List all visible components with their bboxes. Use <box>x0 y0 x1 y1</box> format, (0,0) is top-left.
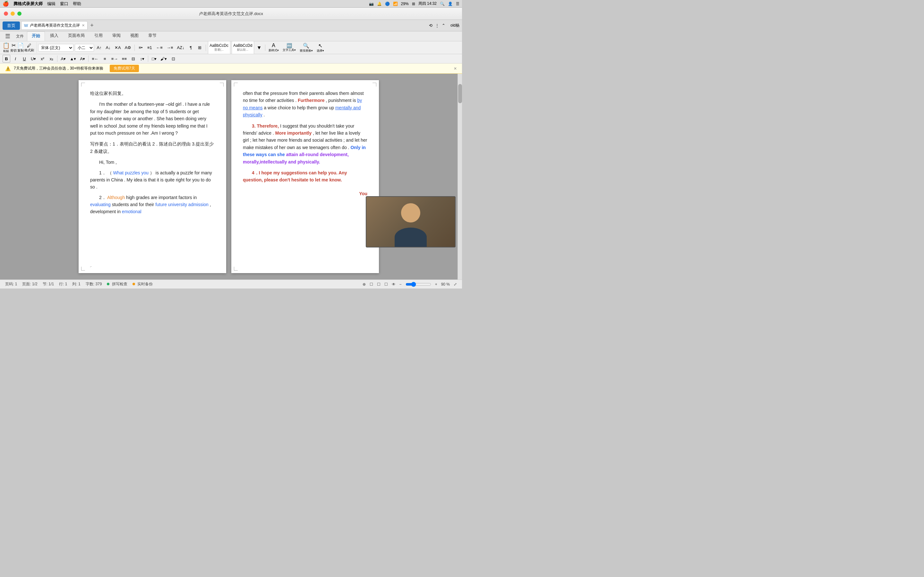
fullscreen-btn[interactable]: ⤢ <box>454 282 457 287</box>
font-family-select[interactable]: 宋体 (正文) <box>38 44 73 52</box>
italic-btn[interactable]: I <box>11 55 19 63</box>
text-direction-btn[interactable]: ⊡ <box>170 55 177 63</box>
menu-edit[interactable]: 编辑 <box>47 1 55 7</box>
font-color-btn[interactable]: A▾ <box>59 55 67 63</box>
zoom-out-btn[interactable]: − <box>399 282 402 287</box>
close-button[interactable] <box>4 11 8 16</box>
style-normal[interactable]: AaBbCcDc 普通(... <box>208 41 230 54</box>
ribbon-tab-insert[interactable]: 插入 <box>45 31 63 41</box>
tab-document[interactable]: W 卢老师高考英语作文范文点评 ✕ <box>21 21 87 30</box>
status-row: 行: 1 <box>59 282 67 287</box>
superscript-btn[interactable]: x² <box>39 55 46 63</box>
underline-btn[interactable]: U <box>21 55 28 63</box>
indent-btn[interactable]: →≡ <box>165 44 174 52</box>
subscript-btn[interactable]: x₂ <box>47 55 55 63</box>
align-left-btn[interactable]: ≡← <box>90 55 100 63</box>
sort-btn[interactable]: AZ↓ <box>176 44 186 52</box>
paste-button[interactable]: 📋 粘贴 <box>3 42 10 53</box>
minimize-button[interactable] <box>11 11 15 16</box>
more-options-icon[interactable]: ⋮ <box>435 23 439 28</box>
menu-search-icon[interactable]: 🔍 <box>440 2 445 6</box>
notif-trial-button[interactable]: 免费试用7天 <box>110 65 139 72</box>
view-icon-1[interactable]: ⊕ <box>363 282 366 287</box>
find-replace-btn[interactable]: 🔍查找替换▾ <box>298 44 314 52</box>
increase-font-btn[interactable]: A↑ <box>95 44 103 52</box>
align-right-btn[interactable]: ≡→ <box>110 55 120 63</box>
view-icon-3[interactable]: ☐ <box>377 282 381 287</box>
zoom-slider[interactable] <box>405 282 431 287</box>
page-left-para1: I'm the mother of a fourteen-year –old g… <box>90 101 215 137</box>
font-settings-btn[interactable]: A⚙ <box>124 44 133 52</box>
tabbar: 首页 W 卢老师高考英语作文范文点评 ✕ + ⟲ ⋮ ⌃ old杨 <box>0 20 462 31</box>
align-center-btn[interactable]: ≡ <box>101 55 109 63</box>
tab-add-button[interactable]: + <box>90 22 94 29</box>
status-backup[interactable]: 实时备份 <box>132 282 153 287</box>
divider3 <box>265 45 265 51</box>
style-dropdown-btn[interactable]: ▼ <box>255 44 263 52</box>
ribbon-tab-review[interactable]: 审阅 <box>108 31 125 41</box>
menu-help[interactable]: 帮助 <box>73 1 81 7</box>
menu-bell-icon: 🔔 <box>377 2 382 6</box>
notif-text: 7天免费试用，三种会员任你选，30+特权等你来体验 <box>14 66 103 71</box>
ribbon-tab-layout[interactable]: 页面布局 <box>63 31 89 41</box>
file-menu[interactable]: 文件 <box>13 31 26 41</box>
app-name[interactable]: 腾格式录屏大师 <box>13 1 43 7</box>
cursor-bl: ⌐ <box>90 265 92 268</box>
font-size-select[interactable]: 小二 <box>75 44 94 52</box>
text-tools-btn[interactable]: 🔤文字工具▾ <box>281 44 297 52</box>
bold-btn[interactable]: B <box>3 55 10 63</box>
point2-num: 2． <box>99 195 106 200</box>
video-overlay[interactable] <box>366 196 456 247</box>
tab-home[interactable]: 首页 <box>3 21 20 30</box>
page-left-point2: 2． Although high grades are important fa… <box>90 194 215 215</box>
more-importantly-text: More importantly <box>275 131 312 135</box>
clear-format-btn[interactable]: ✕A <box>113 44 122 52</box>
char-shading-btn[interactable]: A▾ <box>79 55 86 63</box>
view-icon-2[interactable]: ☐ <box>370 282 373 287</box>
status-page-num: 页码: 1 <box>5 282 17 287</box>
paragraph-btn[interactable]: ¶ <box>187 44 195 52</box>
status-pages: 页面: 1/2 <box>22 282 37 287</box>
view-icon-4[interactable]: ☐ <box>384 282 388 287</box>
new-style-btn[interactable]: A新样式▾ <box>267 44 280 52</box>
scrollbar-thumb[interactable] <box>458 84 462 103</box>
decrease-font-btn[interactable]: A↓ <box>104 44 112 52</box>
notif-close-button[interactable]: ✕ <box>454 66 457 71</box>
ribbon-tab-references[interactable]: 引用 <box>90 31 107 41</box>
border-btn[interactable]: □▾ <box>150 55 158 63</box>
ribbon-tab-view[interactable]: 视图 <box>126 31 143 41</box>
ribbon-tab-chapter[interactable]: 章节 <box>144 31 161 41</box>
divider5 <box>88 55 89 62</box>
select-btn[interactable]: ↖选择▾ <box>315 44 325 52</box>
justify-btn[interactable]: ≡≡ <box>120 55 128 63</box>
zoom-in-btn[interactable]: + <box>435 282 437 287</box>
ribbon-tab-home[interactable]: 开始 <box>27 31 45 41</box>
apple-menu[interactable]: 🍎 <box>3 1 9 7</box>
menu-window[interactable]: 窗口 <box>60 1 68 7</box>
distributed-btn[interactable]: ⊟ <box>129 55 137 63</box>
unordered-list-btn[interactable]: ≡• <box>137 44 144 52</box>
page-left-greeting: Hi, Tom , <box>90 159 215 166</box>
underline-style-btn[interactable]: U▾ <box>29 55 37 63</box>
table-insert-btn[interactable]: ⊞ <box>196 44 204 52</box>
highlight-btn[interactable]: ▲▾ <box>68 55 78 63</box>
outdent-btn[interactable]: ←≡ <box>155 44 164 52</box>
para-shading-btn[interactable]: 🖌▾ <box>159 55 168 63</box>
ordered-list-btn[interactable]: ≡1 <box>145 44 153 52</box>
collapse-icon[interactable]: ⌃ <box>442 23 445 28</box>
ribbon-menu-icon[interactable]: ☰ <box>3 31 13 41</box>
cut-button[interactable]: ✂ 剪切 <box>10 42 17 53</box>
status-spell[interactable]: 拼写检查 <box>107 282 127 287</box>
eye-icon[interactable]: 👁 <box>392 282 396 287</box>
style-default[interactable]: AaBbCcDd 默认段... <box>232 41 254 54</box>
copy-button[interactable]: 📄 复制 <box>17 42 24 53</box>
menu-bluetooth-icon: 🔵 <box>385 2 390 6</box>
maximize-button[interactable] <box>17 11 21 16</box>
user-name: old杨 <box>451 23 459 28</box>
format-copy-button[interactable]: 🖊 格式刷 <box>24 43 34 53</box>
line-spacing-btn[interactable]: ↕▾ <box>138 55 146 63</box>
tab-close-icon[interactable]: ✕ <box>82 23 85 27</box>
doc-page-right[interactable]: often that the pressure from their paren… <box>231 80 379 273</box>
doc-page-left[interactable]: 给这位家长回复。 I'm the mother of a fourteen-ye… <box>79 80 226 273</box>
share-icon[interactable]: ⟲ <box>429 23 433 28</box>
